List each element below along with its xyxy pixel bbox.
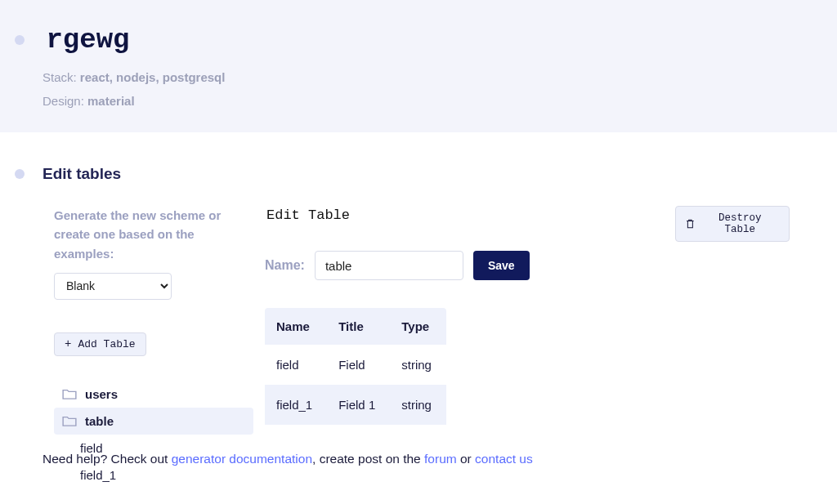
table-name-input[interactable] [315, 251, 463, 280]
name-label: Name: [265, 258, 305, 273]
project-title: rgewg [46, 25, 129, 56]
table-row[interactable]: field_1Field 1string [265, 385, 446, 425]
folder-icon [62, 388, 77, 399]
contact-link[interactable]: contact us [475, 452, 533, 466]
doc-link[interactable]: generator documentation [172, 452, 312, 466]
cell-name: field_1 [265, 385, 327, 425]
table-row[interactable]: fieldFieldstring [265, 345, 446, 385]
cell-title: Field [327, 345, 390, 385]
table-tree: userstablefieldfield_1 [54, 381, 253, 488]
help-prefix: Need help? Check out [43, 452, 172, 466]
add-table-button[interactable]: + Add Table [54, 332, 146, 356]
tree-table-item[interactable]: table [54, 408, 253, 435]
editor-title: Edit Table [265, 207, 664, 223]
tree-item-label: field_1 [80, 468, 116, 482]
add-table-label: Add Table [78, 338, 135, 350]
edit-tables-section: Edit tables Generate the new scheme or c… [0, 132, 837, 488]
col-type: Type [390, 308, 446, 345]
tree-item-label: users [85, 387, 118, 401]
help-line: Need help? Check out generator documenta… [43, 452, 533, 466]
editor-column: Edit Table Name: Save Name Title Type fi… [265, 206, 664, 488]
folder-icon [62, 415, 77, 426]
name-row: Name: Save [265, 251, 664, 280]
design-label: Design: [43, 94, 84, 108]
bullet-icon [15, 35, 25, 45]
section-title: Edit tables [43, 165, 121, 183]
stack-value: react, nodejs, postgresql [80, 70, 226, 84]
destroy-table-button[interactable]: Destroy Table [675, 206, 790, 242]
col-name: Name [265, 308, 327, 345]
scheme-hint: Generate the new scheme or create one ba… [54, 206, 253, 263]
bullet-icon [15, 169, 25, 179]
stack-line: Stack: react, nodejs, postgresql [43, 70, 792, 84]
help-mid1: , create post on the [312, 452, 424, 466]
fields-table: Name Title Type fieldFieldstringfield_1F… [265, 308, 446, 425]
header: rgewg Stack: react, nodejs, postgresql D… [0, 0, 837, 132]
forum-link[interactable]: forum [424, 452, 457, 466]
help-mid2: or [457, 452, 475, 466]
destroy-label: Destroy Table [701, 212, 779, 235]
design-line: Design: material [43, 94, 792, 108]
scheme-select[interactable]: Blank [54, 273, 172, 300]
cell-type: string [390, 345, 446, 385]
plus-icon: + [65, 338, 71, 350]
right-column: Destroy Table [675, 206, 790, 488]
cell-name: field [265, 345, 327, 385]
design-value: material [87, 94, 135, 108]
cell-title: Field 1 [327, 385, 390, 425]
col-title: Title [327, 308, 390, 345]
tree-table-item[interactable]: users [54, 381, 253, 408]
trash-icon [686, 219, 695, 229]
tree-item-label: table [85, 414, 114, 428]
left-column: Generate the new scheme or create one ba… [54, 206, 253, 488]
stack-label: Stack: [43, 70, 77, 84]
cell-type: string [390, 385, 446, 425]
save-button[interactable]: Save [473, 251, 530, 280]
